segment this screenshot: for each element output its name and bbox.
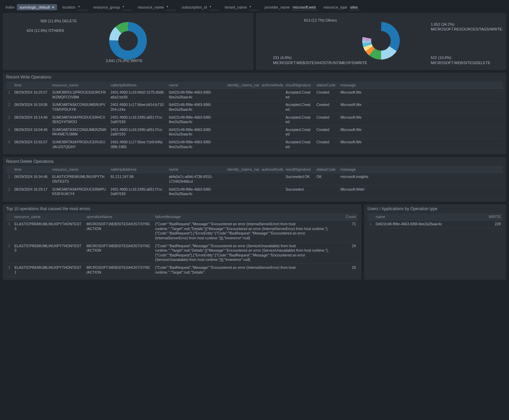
column-header[interactable]: resultSignature <box>284 166 314 173</box>
column-header[interactable]: message <box>338 166 503 173</box>
table-row[interactable]: 1ELASTICPREMIUMLINUXPYTHONTEST3MICROSOFT… <box>6 220 358 242</box>
table-cell: microsoft.insights <box>338 173 503 185</box>
table-cell: SUMOABTASKCONSUMERUPVTXMVPDLKYK <box>50 101 108 113</box>
table-cell: 0d422c48-f98e-4663-936f-8ee2a26aac4c <box>374 220 486 228</box>
column-header[interactable]: authmethods <box>259 82 284 89</box>
filter-index: Index sumologic_default × <box>5 4 57 10</box>
column-header[interactable]: resultSignature <box>284 82 314 89</box>
table-cell <box>259 89 284 101</box>
table-cell: ELASTICPREMIUMLINUXPYTHONTEST3 <box>12 220 84 242</box>
delete-ops-panel: Recent Delete Operations timeresource_na… <box>3 157 506 202</box>
table-cell: Created <box>314 113 338 126</box>
table-cell <box>225 126 259 138</box>
table-cell: Accepted.Created <box>284 126 314 138</box>
users-apps-table: nameWRITE 10d422c48-f98e-4663-936f-8ee2a… <box>368 213 503 228</box>
donut-panel-2: 613 (12.7%) Others 1,652 (34.2%) MICROSO… <box>256 13 507 70</box>
column-header[interactable]: failureMessage <box>153 213 341 220</box>
filter-label: location <box>62 5 76 9</box>
filter-tenant-name: tenant_name * <box>225 4 259 10</box>
table-row[interactable]: 208/29/2024 16:29:17SUMOABTASKPRODUCERWP… <box>6 185 503 198</box>
delete-ops-table: timeresource_namecallerIpAddressnameiden… <box>6 166 503 198</box>
table-cell: SUMOBRTASKPRODUCERUEUJAUZ67QGHY <box>50 139 108 151</box>
column-header[interactable]: resource_name <box>50 82 108 89</box>
close-icon[interactable]: × <box>52 5 54 9</box>
column-header[interactable]: statusCode <box>314 82 338 89</box>
filter-label: resource_name <box>138 5 164 9</box>
filter-label: tenant_name <box>225 5 247 9</box>
column-header[interactable] <box>6 82 12 89</box>
write-ops-panel: Recent Write Operations timeresource_nam… <box>3 73 506 154</box>
column-header[interactable]: message <box>338 82 503 89</box>
filter-value[interactable]: * <box>209 4 219 10</box>
write-ops-table: timeresource_namecallerIpAddressnameiden… <box>6 82 503 151</box>
filter-provider-name: provider_name microsoft.web <box>265 4 318 10</box>
column-header[interactable]: operationName <box>84 213 153 220</box>
table-row[interactable]: 10d422c48-f98e-4663-936f-8ee2a26aac4c228 <box>368 220 503 228</box>
column-header[interactable]: time <box>12 166 50 173</box>
column-header[interactable]: resource_name <box>12 213 84 220</box>
filter-value[interactable]: * <box>122 4 132 10</box>
column-header[interactable] <box>368 213 374 220</box>
table-cell: 2401:4900:1c17:56ee:7cb9:64fa:38fb:1960 <box>108 139 167 151</box>
table-row[interactable]: 108/29/2024 16:34:46ELASTICPREMIUMLINUXP… <box>6 173 503 185</box>
column-header[interactable]: identity_claims_name <box>225 166 259 173</box>
table-cell: 08/29/2024 16:14:46 <box>12 113 50 126</box>
filter-subscription-id: subscription_id * <box>182 4 219 10</box>
table-cell: 24 <box>341 242 358 264</box>
table-cell <box>259 173 284 185</box>
column-header[interactable]: callerIpAddress <box>108 166 167 173</box>
table-row[interactable]: 208/29/2024 16:18:06SUMOABTASKCONSUMERUP… <box>6 101 503 113</box>
column-header[interactable] <box>6 213 12 220</box>
filter-value[interactable]: * <box>249 4 259 10</box>
column-header[interactable]: Count <box>341 213 358 220</box>
filter-value[interactable]: sites <box>349 4 360 10</box>
table-cell: 08/29/2024 16:29:17 <box>12 185 50 198</box>
table-cell: ELASTICPREMIUMLINUXPYTHONTEST1 <box>12 264 84 276</box>
table-cell: Microsoft.We <box>338 89 503 101</box>
filter-location: location * <box>62 4 88 10</box>
table-cell <box>225 101 259 113</box>
table-row[interactable]: 408/29/2024 16:04:46SUMOABTASKCONSUMERZN… <box>6 126 503 138</box>
table-row[interactable]: 3ELASTICPREMIUMLINUXPYTHONTEST1MICROSOFT… <box>6 264 358 276</box>
table-cell: Microsoft.We <box>338 139 503 151</box>
table-cell: 5 <box>6 139 12 151</box>
slice-label: 3,641 (75.3%) WRITE <box>106 58 143 63</box>
table-cell: MICROSOFT.WEB/SITES/HOST/SYNC/ACTION <box>84 220 153 242</box>
table-cell: {"Code":"BadRequest","Message":"Encounte… <box>153 220 341 242</box>
column-header[interactable]: name <box>374 213 486 220</box>
panel-title: Recent Write Operations <box>6 75 503 80</box>
table-row[interactable]: 508/29/2024 15:55:57SUMOBRTASKPRODUCERUE… <box>6 139 503 151</box>
column-header[interactable]: identity_claims_name <box>225 82 259 89</box>
column-header[interactable]: name <box>167 166 225 173</box>
column-header[interactable]: WRITE <box>486 213 503 220</box>
table-cell: Succeeded. <box>284 185 314 198</box>
table-row[interactable]: 308/29/2024 16:14:46SUMOABTASKPRODUCERHC… <box>6 113 503 126</box>
panel-title: Users / Applications by Operation type <box>368 206 503 211</box>
filter-value[interactable]: microsoft.web <box>292 4 318 10</box>
table-cell: 0d422c48-f98e-4663-936f-8ee2a26aac4c <box>167 126 225 138</box>
table-cell: 91.211.247.89 <box>108 173 167 185</box>
table-row[interactable]: 108/29/2024 16:25:57SUMOBRDLQPROCESSORCF… <box>6 89 503 101</box>
column-header[interactable]: resource_name <box>50 166 108 173</box>
table-cell: Accepted.Created <box>284 113 314 126</box>
filter-chip[interactable]: sumologic_default × <box>17 4 57 10</box>
slice-label: 1,652 (34.2%) MICROSOFT.RESOURCES/TAGS/W… <box>431 22 499 32</box>
filter-label: resource_group <box>93 5 120 9</box>
table-cell: {"Code":"BadRequest","Message":"Encounte… <box>153 242 341 264</box>
table-cell: 2401:4900:1c16:2485:a851:f7cc:2a6f:f193 <box>108 185 167 198</box>
column-header[interactable]: name <box>167 82 225 89</box>
column-header[interactable]: authmethods <box>259 166 284 173</box>
table-cell: 228 <box>486 220 503 228</box>
column-header[interactable]: callerIpAddress <box>108 82 167 89</box>
table-row[interactable]: 2ELASTICPREMIUMLINUXPYTHONTEST3MICROSOFT… <box>6 242 358 264</box>
column-header[interactable] <box>6 166 12 173</box>
column-header[interactable]: statusCode <box>314 166 338 173</box>
filter-value[interactable]: * <box>166 4 176 10</box>
donut-panel-1: 568 (11.8%) DELETE 624 (12.9%) OTHERS 3,… <box>3 13 253 70</box>
table-cell: 3 <box>6 113 12 126</box>
table-cell: 0d422c48-f98e-4663-936f-8ee2a26aac4c <box>167 89 225 101</box>
filter-value[interactable]: * <box>78 4 88 10</box>
column-header[interactable]: time <box>12 82 50 89</box>
table-cell: MICROSOFT.WEB/SITES/HOST/SYNC/ACTION <box>84 242 153 264</box>
table-cell: 1 <box>6 89 12 101</box>
